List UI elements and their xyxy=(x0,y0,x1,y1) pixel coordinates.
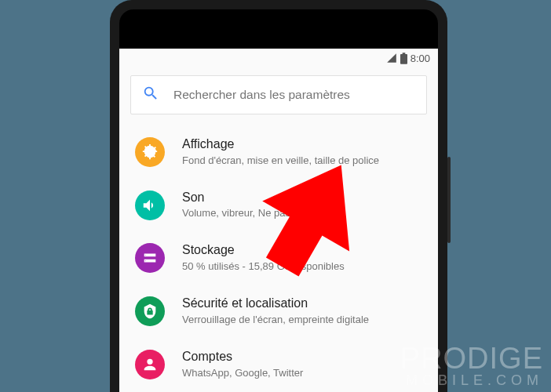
settings-row-storage[interactable]: Stockage50 % utilisés - 15,89 Go disponi… xyxy=(119,231,438,285)
row-text: ComptesWhatsApp, Google, Twitter xyxy=(182,349,425,380)
settings-row-display[interactable]: AffichageFond d'écran, mise en veille, t… xyxy=(119,125,438,179)
signal-icon xyxy=(386,53,397,64)
search-bar[interactable] xyxy=(130,75,427,114)
phone-screen: 8:00 AffichageFond d'écran, mise en veil… xyxy=(119,49,438,392)
battery-icon xyxy=(400,53,407,64)
row-subtitle: Fond d'écran, mise en veille, taille de … xyxy=(182,154,425,168)
watermark-line2: MOBILE.COM xyxy=(400,373,543,387)
row-subtitle: 50 % utilisés - 15,89 Go disponibles xyxy=(182,260,425,274)
watermark-line1: PRODIGE xyxy=(400,343,543,373)
status-time: 8:00 xyxy=(411,53,430,64)
row-title: Son xyxy=(182,190,425,206)
phone-frame: 8:00 AffichageFond d'écran, mise en veil… xyxy=(110,0,447,392)
settings-row-security[interactable]: Sécurité et localisationVerrouillage de … xyxy=(119,285,438,338)
sound-icon xyxy=(135,191,165,220)
row-title: Affichage xyxy=(182,136,425,153)
row-subtitle: Volume, vibreur, Ne pas déranger xyxy=(182,207,425,220)
security-icon xyxy=(135,296,165,326)
settings-list: AffichageFond d'écran, mise en veille, t… xyxy=(119,122,438,392)
settings-row-accounts[interactable]: ComptesWhatsApp, Google, Twitter xyxy=(119,338,438,391)
watermark: PRODIGE MOBILE.COM xyxy=(400,343,543,387)
row-text: AffichageFond d'écran, mise en veille, t… xyxy=(182,136,425,168)
row-text: Sécurité et localisationVerrouillage de … xyxy=(182,296,425,327)
display-icon xyxy=(135,137,165,167)
storage-icon xyxy=(135,243,165,273)
row-title: Comptes xyxy=(182,349,425,365)
row-text: SonVolume, vibreur, Ne pas déranger xyxy=(182,190,425,221)
search-icon xyxy=(142,85,159,105)
search-input[interactable] xyxy=(173,88,415,102)
row-title: Sécurité et localisation xyxy=(182,296,425,312)
row-subtitle: Verrouillage de l'écran, empreinte digit… xyxy=(182,314,425,327)
accounts-icon xyxy=(135,350,165,379)
row-title: Stockage xyxy=(182,242,425,259)
phone-side-button xyxy=(447,157,451,243)
status-bar: 8:00 xyxy=(119,49,438,67)
settings-row-sound[interactable]: SonVolume, vibreur, Ne pas déranger xyxy=(119,179,438,232)
row-text: Stockage50 % utilisés - 15,89 Go disponi… xyxy=(182,242,425,274)
row-subtitle: WhatsApp, Google, Twitter xyxy=(182,367,425,380)
